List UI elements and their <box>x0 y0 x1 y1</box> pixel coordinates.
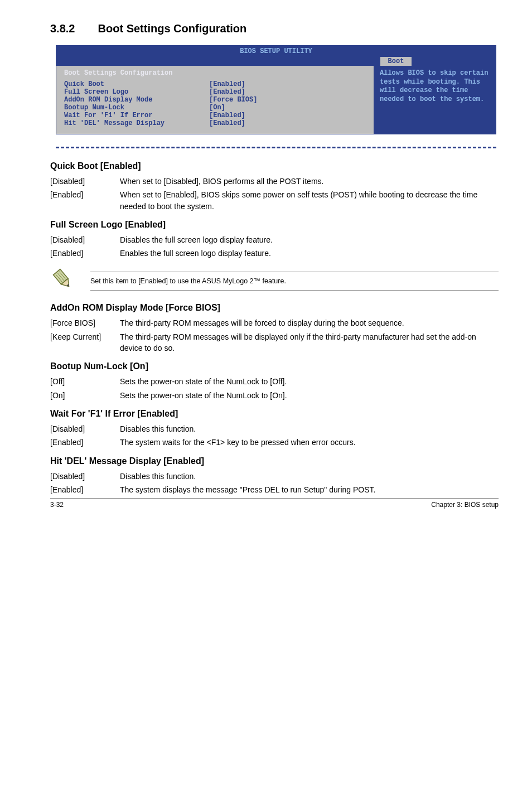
setting-section: Quick Boot [Enabled] [Disabled]When set … <box>50 161 499 212</box>
section-number: 3.8.2 <box>50 22 95 35</box>
setting-section: Wait For 'F1' If Error [Enabled] [Disabl… <box>50 409 499 448</box>
setting-title: Quick Boot [Enabled] <box>50 161 499 171</box>
setting-item: [Enabled]When set to [Enabled], BIOS ski… <box>50 189 499 212</box>
dashed-divider <box>56 142 496 153</box>
setting-section: Hit 'DEL' Message Display [Enabled] [Dis… <box>50 456 499 496</box>
note-callout: Set this item to [Enabled] to use the AS… <box>50 267 499 293</box>
section-heading: 3.8.2 Boot Settings Configuration <box>50 22 499 35</box>
note-text: Set this item to [Enabled] to use the AS… <box>90 276 499 286</box>
bios-subheader: Boot Settings Configuration <box>64 69 366 77</box>
bios-row: Hit 'DEL' Message Display[Enabled] <box>64 119 366 127</box>
setting-item: [Enabled]Enables the full screen logo di… <box>50 248 499 259</box>
setting-title: Hit 'DEL' Message Display [Enabled] <box>50 456 499 466</box>
bios-header: BIOS SETUP UTILITY Boot <box>56 46 496 66</box>
setting-item: [On]Sets the power-on state of the NumLo… <box>50 390 499 401</box>
bios-row: Full Screen Logo[Enabled] <box>64 88 366 96</box>
page-number: 3-32 <box>50 501 64 509</box>
setting-item: [Off]Sets the power-on state of the NumL… <box>50 376 499 387</box>
setting-item: [Enabled]The system displays the message… <box>50 484 499 495</box>
bios-row: AddOn ROM Display Mode[Force BIOS] <box>64 96 366 104</box>
setting-title: Wait For 'F1' If Error [Enabled] <box>50 409 499 419</box>
setting-section: AddOn ROM Display Mode [Force BIOS] [For… <box>50 303 499 354</box>
setting-item: [Enabled]The system waits for the <F1> k… <box>50 437 499 448</box>
setting-item: [Disabled]When set to [Disabled], BIOS p… <box>50 176 499 187</box>
bios-row: Bootup Num-Lock[On] <box>64 104 366 112</box>
bios-tab-boot: Boot <box>380 57 412 66</box>
setting-item: [Disabled]Disables this function. <box>50 423 499 434</box>
setting-title: AddOn ROM Display Mode [Force BIOS] <box>50 303 499 313</box>
setting-title: Full Screen Logo [Enabled] <box>50 220 499 230</box>
pencil-icon <box>50 267 75 291</box>
setting-item: [Disabled]Disables this function. <box>50 471 499 482</box>
bios-settings-area: Boot Settings Configuration Quick Boot[E… <box>56 66 374 134</box>
bios-setup-panel: BIOS SETUP UTILITY Boot Boot Settings Co… <box>56 45 496 134</box>
bios-row: Quick Boot[Enabled] <box>64 80 366 88</box>
section-title: Boot Settings Configuration <box>98 22 247 35</box>
setting-item: [Keep Current]The third-party ROM messag… <box>50 331 499 354</box>
footer-title: Chapter 3: BIOS setup <box>431 501 499 509</box>
bios-help-text: Allows BIOS to skip certain tests while … <box>374 66 496 134</box>
page-footer: 3-32 Chapter 3: BIOS setup <box>50 498 499 509</box>
bios-row: Wait For 'F1' If Error[Enabled] <box>64 112 366 119</box>
setting-item: [Disabled]Disables the full screen logo … <box>50 234 499 245</box>
setting-item: [Force BIOS]The third-party ROM messages… <box>50 317 499 328</box>
setting-title: Bootup Num-Lock [On] <box>50 361 499 371</box>
setting-section: Full Screen Logo [Enabled] [Disabled]Dis… <box>50 220 499 259</box>
bios-title: BIOS SETUP UTILITY <box>56 47 496 55</box>
setting-section: Bootup Num-Lock [On] [Off]Sets the power… <box>50 361 499 401</box>
